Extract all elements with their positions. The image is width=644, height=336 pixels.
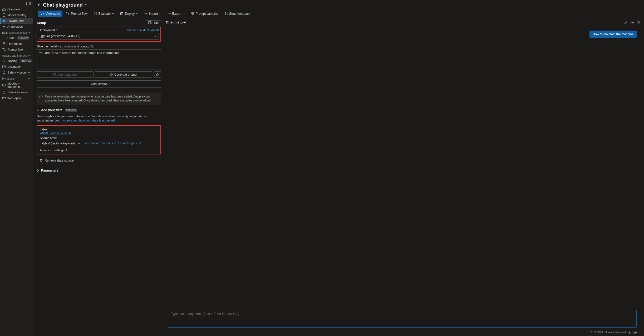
panel-toggle-icon[interactable] (26, 2, 31, 5)
sidebar-item-evaluation[interactable]: Evaluation (0, 64, 33, 70)
deployment-select[interactable]: gpt-4o (version:2024-05-13) (39, 33, 159, 40)
sidebar-item-label: Data + indexes (7, 91, 28, 94)
chat-panel: Chat history How to maintain the machine… (163, 18, 644, 336)
chevron-down-icon (112, 12, 114, 16)
svg-rect-16 (149, 22, 151, 24)
sidebar-group-build[interactable]: Build and customize (0, 30, 33, 35)
sidebar-item-web-apps[interactable]: Web apps (0, 95, 33, 101)
deployment-section-highlight: Deployment Create new deployment gpt-4o … (37, 27, 161, 42)
add-section-button[interactable]: Add section (37, 80, 161, 88)
sidebar-item-label: Models + endpoints (7, 82, 31, 88)
chat-footer: 16/128000 tokens to be sent (163, 330, 644, 336)
parameters-header[interactable]: Parameters (37, 169, 161, 172)
sidebar-item-ai-services[interactable]: AI Services (0, 24, 33, 30)
sidebar-item-prompt-flow[interactable]: Prompt flow (0, 47, 33, 52)
svg-rect-7 (94, 12, 95, 13)
generate-prompt-button[interactable]: Generate prompt (95, 71, 152, 78)
sidebar: Overview Model catalog Playgrounds AI Se… (0, 0, 33, 336)
svg-rect-14 (191, 14, 192, 15)
advanced-settings-toggle[interactable]: Advanced settings (40, 149, 158, 152)
sidebar-item-label: AI Services (7, 25, 23, 28)
page-title: Chat playground (43, 2, 83, 8)
data-protection-link[interactable]: Learn more about how your data is protec… (55, 119, 116, 122)
search-types-link[interactable]: Learn more about different search types (83, 142, 141, 145)
reset-button[interactable] (154, 71, 161, 78)
prompt-samples-button[interactable]: Prompt samples (188, 11, 221, 17)
toolbar: View code Prompt flow Evaluate Deploy Im… (35, 9, 642, 18)
add-your-data-header[interactable]: Add your data PREVIEW (37, 108, 161, 112)
svg-point-1 (4, 50, 6, 51)
sidebar-group-assess[interactable]: Assess and improve (0, 52, 33, 58)
chevron-down-icon (37, 109, 39, 111)
sidebar-item-label: Tracing (7, 59, 17, 62)
search-type-label: Search type: (40, 136, 158, 139)
chevron-up-icon (28, 54, 31, 57)
instructions-input[interactable] (37, 49, 161, 70)
sidebar-item-overview[interactable]: Overview (0, 6, 33, 12)
svg-rect-4 (3, 97, 6, 99)
chevron-down-icon[interactable] (85, 3, 87, 7)
shield-icon (2, 71, 6, 74)
view-code-button[interactable]: View code (38, 11, 62, 17)
globe-icon (2, 96, 6, 100)
flask-icon (2, 42, 6, 46)
chat-history-title: Chat history (166, 20, 186, 24)
import-button[interactable]: Import (142, 11, 164, 17)
flow-icon (2, 48, 6, 51)
svg-rect-13 (193, 12, 194, 13)
data-source-section-highlight: Index: vector-1734097794190 Search type:… (37, 125, 161, 154)
speaker-icon[interactable] (637, 21, 640, 24)
broom-icon[interactable] (624, 21, 628, 24)
create-deployment-link[interactable]: Create new deployment (127, 28, 159, 32)
chevron-down-icon (183, 12, 185, 16)
deploy-button[interactable]: Deploy (117, 11, 140, 17)
evaluate-button[interactable]: Evaluate (91, 11, 117, 17)
sidebar-item-label: Fine-tuning (7, 42, 23, 45)
sidebar-item-fine-tuning[interactable]: Fine-tuning (0, 41, 33, 47)
info-icon[interactable] (91, 45, 94, 48)
sidebar-item-label: Playgrounds (7, 19, 24, 22)
user-message-pill: How to maintain the machine (589, 31, 637, 38)
sidebar-item-models-endpoints[interactable]: Models + endpoints (0, 81, 33, 89)
sidebar-item-code[interactable]: Code PREVIEW (0, 35, 33, 41)
deployment-value: gpt-4o (version:2024-05-13) (41, 34, 80, 38)
sidebar-item-safety[interactable]: Safety + security (0, 70, 33, 75)
svg-rect-10 (96, 14, 97, 15)
search-type-select[interactable]: Hybrid (vector + keyword) (40, 141, 82, 146)
db-icon (2, 90, 6, 94)
gear-icon[interactable] (630, 21, 634, 24)
home-icon (2, 7, 6, 11)
record-icon[interactable] (633, 331, 637, 334)
apply-changes-button: Apply changes (37, 71, 94, 78)
svg-point-0 (3, 48, 4, 49)
setup-title: Setup (37, 21, 46, 25)
back-arrow-icon[interactable] (37, 3, 41, 8)
sidebar-item-tracing[interactable]: Tracing PREVIEW (0, 58, 33, 64)
sparkle-icon (2, 25, 6, 28)
instructions-label: Give the model instructions and context (37, 45, 90, 48)
chevron-down-icon (109, 83, 111, 85)
chat-icon (2, 19, 6, 23)
hide-button[interactable]: Hide (146, 20, 161, 25)
chevron-up-icon (28, 31, 31, 34)
sidebar-item-model-catalog[interactable]: Model catalog (0, 12, 33, 18)
sidebar-item-data-indexes[interactable]: Data + indexes (0, 89, 33, 95)
svg-point-20 (632, 22, 633, 23)
prompt-flow-button[interactable]: Prompt flow (63, 11, 90, 17)
send-feedback-button[interactable]: Send feedback (222, 11, 253, 17)
mic-icon[interactable] (628, 330, 631, 334)
remove-data-source-button[interactable]: Remove data source (37, 157, 161, 164)
titlebar: Chat playground (33, 0, 644, 9)
sidebar-item-playgrounds[interactable]: Playgrounds (0, 18, 33, 24)
svg-rect-18 (53, 74, 56, 76)
sidebar-item-label: Model catalog (7, 13, 26, 17)
index-link[interactable]: vector-1734097794190 (40, 131, 71, 134)
svg-rect-2 (3, 65, 6, 68)
preview-badge: PREVIEW (17, 36, 29, 40)
svg-rect-8 (96, 12, 97, 13)
sidebar-group-assets[interactable]: My assets (0, 75, 33, 81)
chevron-right-icon (66, 149, 68, 151)
token-counter: 16/128000 tokens to be sent (589, 331, 626, 334)
export-button[interactable]: Export (165, 11, 187, 17)
chat-input[interactable] (168, 310, 637, 328)
